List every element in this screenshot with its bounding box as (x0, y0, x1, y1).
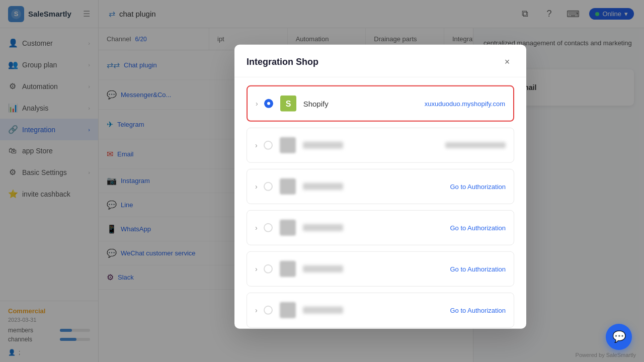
list-item-3[interactable]: › Go to Authorization (247, 169, 514, 204)
radio-6[interactable] (264, 306, 273, 315)
go-auth-5[interactable]: Go to Authorization (450, 265, 506, 273)
chevron-right-icon: › (255, 265, 258, 273)
shop2-name-blurred (303, 142, 343, 149)
chevron-right-icon: › (255, 306, 258, 314)
list-item-shopify[interactable]: › S Shopify xuxuduoduo.myshopify.com (247, 85, 514, 122)
shopify-url: xuxuduoduo.myshopify.com (425, 100, 505, 107)
go-auth-6[interactable]: Go to Authorization (450, 306, 506, 314)
list-item-2[interactable]: › (247, 128, 514, 163)
shop3-name-blurred (303, 183, 343, 190)
modal-close-button[interactable]: × (500, 55, 514, 69)
modal-title: Integration Shop (247, 56, 318, 67)
shop2-url-blurred (445, 142, 506, 148)
radio-shopify[interactable] (264, 99, 273, 108)
shop6-name-blurred (303, 307, 343, 314)
radio-2[interactable] (264, 141, 273, 150)
shop4-logo (279, 219, 297, 237)
shopify-logo: S (279, 95, 297, 113)
shop4-name-blurred (303, 224, 343, 231)
radio-4[interactable] (264, 223, 273, 232)
list-item-5[interactable]: › Go to Authorization (247, 251, 514, 287)
chevron-right-icon: › (255, 224, 258, 232)
modal-body: › S Shopify xuxuduoduo.myshopify.com › (234, 77, 526, 329)
chat-fab-button[interactable]: 💬 (606, 324, 632, 350)
shop5-name-blurred (303, 265, 343, 273)
go-auth-4[interactable]: Go to Authorization (450, 224, 506, 231)
shop6-logo (279, 301, 297, 319)
chevron-right-icon: › (256, 100, 258, 108)
radio-3[interactable] (264, 182, 273, 191)
chevron-right-icon: › (255, 183, 258, 191)
integration-shop-modal: Integration Shop × › S Shopify xuxuduodu… (234, 45, 526, 329)
shop2-logo (279, 136, 297, 154)
go-auth-3[interactable]: Go to Authorization (450, 183, 506, 190)
shop5-logo (279, 260, 297, 278)
chevron-right-icon: › (255, 141, 258, 149)
svg-text:S: S (285, 100, 291, 108)
shopify-name: Shopify (303, 99, 419, 108)
shop3-logo (279, 177, 297, 196)
modal-header: Integration Shop × (234, 45, 526, 77)
radio-5[interactable] (264, 264, 273, 274)
list-item-6[interactable]: › Go to Authorization (247, 293, 514, 328)
list-item-4[interactable]: › Go to Authorization (247, 210, 514, 245)
